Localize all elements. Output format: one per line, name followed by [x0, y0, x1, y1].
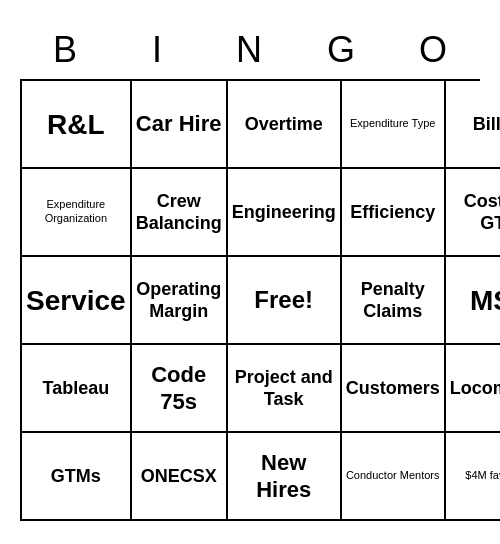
bingo-cell-11: Operating Margin	[132, 257, 228, 345]
header-letter-b: B	[20, 23, 112, 77]
bingo-cell-3: Expenditure Type	[342, 81, 446, 169]
bingo-cell-8: Efficiency	[342, 169, 446, 257]
bingo-cell-9: Cost per GTM	[446, 169, 500, 257]
bingo-cell-22: New Hires	[228, 433, 342, 521]
bingo-cell-20: GTMs	[22, 433, 132, 521]
bingo-cell-10: Service	[22, 257, 132, 345]
bingo-cell-16: Code 75s	[132, 345, 228, 433]
bingo-cell-15: Tableau	[22, 345, 132, 433]
bingo-cell-7: Engineering	[228, 169, 342, 257]
bingo-cell-23: Conductor Mentors	[342, 433, 446, 521]
bingo-cell-1: Car Hire	[132, 81, 228, 169]
bingo-cell-24: $4M favorable	[446, 433, 500, 521]
bingo-cell-5: Expenditure Organization	[22, 169, 132, 257]
header-letter-g: G	[296, 23, 388, 77]
bingo-cell-6: Crew Balancing	[132, 169, 228, 257]
bingo-grid: R&LCar HireOvertimeExpenditure TypeBilli…	[20, 79, 480, 521]
header-letter-o: O	[388, 23, 480, 77]
bingo-cell-4: Billion	[446, 81, 500, 169]
bingo-cell-12: Free!	[228, 257, 342, 345]
bingo-cell-0: R&L	[22, 81, 132, 169]
header-letter-n: N	[204, 23, 296, 77]
bingo-cell-21: ONECSX	[132, 433, 228, 521]
bingo-cell-19: Locomotive	[446, 345, 500, 433]
bingo-cell-17: Project and Task	[228, 345, 342, 433]
bingo-cell-13: Penalty Claims	[342, 257, 446, 345]
bingo-cell-18: Customers	[342, 345, 446, 433]
header-letter-i: I	[112, 23, 204, 77]
bingo-cell-14: MSE	[446, 257, 500, 345]
bingo-header: BINGO	[20, 23, 480, 77]
bingo-card: BINGO R&LCar HireOvertimeExpenditure Typ…	[10, 13, 490, 531]
bingo-cell-2: Overtime	[228, 81, 342, 169]
